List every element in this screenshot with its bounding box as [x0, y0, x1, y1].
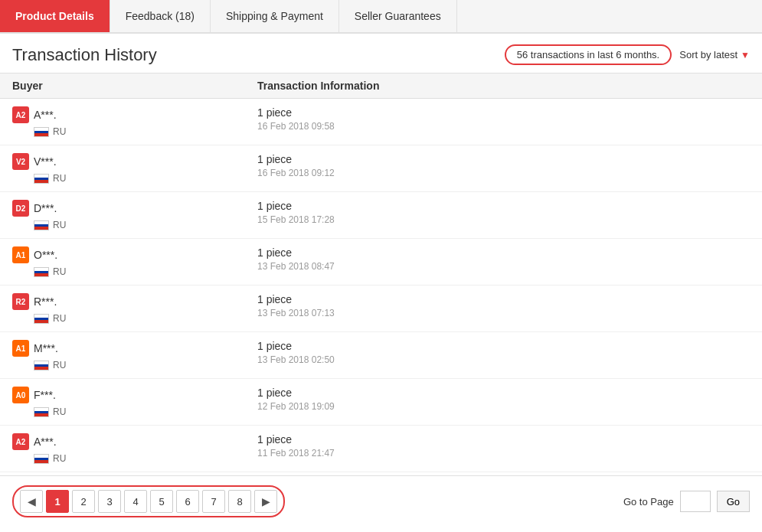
page-title: Transaction History — [12, 45, 157, 65]
flag-icon — [34, 220, 49, 230]
table-row: A0 F***. RU 1 piece 12 Feb 2018 19:09 — [0, 379, 762, 426]
info-date: 15 Feb 2018 17:28 — [257, 214, 750, 225]
country-code: RU — [53, 266, 66, 277]
info-cell: 1 piece 13 Feb 2018 02:50 — [257, 340, 750, 365]
info-date: 13 Feb 2018 07:13 — [257, 308, 750, 318]
info-piece: 1 piece — [257, 387, 750, 399]
buyer-name: F***. — [34, 389, 56, 401]
country-code: RU — [53, 360, 66, 370]
goto-page-section: Go to Page Go — [623, 491, 750, 512]
buyer-cell: A0 F***. RU — [12, 387, 257, 417]
transaction-rows: A2 A***. RU 1 piece 16 Feb 2018 09:58 V2… — [0, 99, 762, 472]
flag-row: RU — [34, 453, 257, 464]
pagination-page-2[interactable]: 2 — [72, 490, 95, 513]
buyer-name: V***. — [34, 155, 57, 168]
pagination-page-4[interactable]: 4 — [124, 490, 147, 513]
goto-button[interactable]: Go — [717, 491, 750, 512]
table-row: A1 M***. RU 1 piece 13 Feb 2018 02:50 — [0, 332, 762, 379]
info-piece: 1 piece — [257, 433, 750, 446]
buyer-cell: A1 O***. RU — [12, 246, 257, 277]
transaction-history-header: Transaction History 56 transactions in l… — [0, 34, 762, 73]
info-date: 13 Feb 2018 08:47 — [257, 261, 750, 272]
buyer-cell: A2 A***. RU — [12, 106, 257, 137]
buyer-cell: A2 A***. RU — [12, 433, 257, 464]
flag-icon — [34, 174, 49, 184]
avatar: R2 — [12, 293, 29, 310]
info-date: 16 Feb 2018 09:12 — [257, 168, 750, 178]
avatar: A2 — [12, 106, 29, 123]
avatar: A0 — [12, 387, 29, 403]
pagination-prev[interactable]: ◀ — [20, 490, 43, 513]
info-piece: 1 piece — [257, 106, 750, 119]
country-code: RU — [53, 313, 66, 324]
tab-product-details[interactable]: Product Details — [0, 0, 110, 32]
table-row: D2 D***. RU 1 piece 15 Feb 2018 17:28 — [0, 192, 762, 239]
tab-shipping-payment[interactable]: Shipping & Payment — [211, 0, 339, 32]
flag-row: RU — [34, 220, 257, 230]
buyer-top: V2 V***. — [12, 153, 257, 170]
buyer-top: A0 F***. — [12, 387, 257, 403]
info-cell: 1 piece 16 Feb 2018 09:58 — [257, 106, 750, 132]
pagination-next[interactable]: ▶ — [254, 490, 277, 513]
info-cell: 1 piece 15 Feb 2018 17:28 — [257, 200, 750, 225]
buyer-name: A***. — [34, 436, 57, 448]
flag-row: RU — [34, 313, 257, 324]
goto-input[interactable] — [680, 491, 711, 512]
country-code: RU — [53, 453, 66, 464]
transactions-count: 56 transactions in last 6 months. — [505, 44, 672, 65]
table-row: V2 V***. RU 1 piece 16 Feb 2018 09:12 — [0, 145, 762, 192]
sort-by-dropdown[interactable]: Sort by latest ▼ — [679, 49, 750, 60]
buyer-top: A2 A***. — [12, 433, 257, 450]
pagination: ◀12345678▶ — [12, 485, 285, 517]
country-code: RU — [53, 126, 66, 137]
buyer-cell: R2 R***. RU — [12, 293, 257, 324]
avatar: A2 — [12, 433, 29, 450]
pagination-page-3[interactable]: 3 — [98, 490, 121, 513]
tab-feedback[interactable]: Feedback (18) — [110, 0, 211, 32]
avatar: A1 — [12, 246, 29, 263]
buyer-cell: D2 D***. RU — [12, 200, 257, 230]
pagination-bar: ◀12345678▶ Go to Page Go — [0, 475, 762, 527]
flag-row: RU — [34, 173, 257, 184]
info-date: 16 Feb 2018 09:58 — [257, 121, 750, 132]
pagination-page-6[interactable]: 6 — [176, 490, 199, 513]
info-cell: 1 piece 11 Feb 2018 21:47 — [257, 433, 750, 459]
col-header-buyer: Buyer — [12, 80, 257, 92]
info-cell: 1 piece 13 Feb 2018 08:47 — [257, 246, 750, 272]
goto-label: Go to Page — [623, 496, 674, 508]
header-right: 56 transactions in last 6 months. Sort b… — [505, 44, 750, 65]
pagination-page-7[interactable]: 7 — [202, 490, 225, 513]
pagination-page-8[interactable]: 8 — [228, 490, 251, 513]
buyer-top: D2 D***. — [12, 200, 257, 217]
sort-arrow-icon: ▼ — [741, 50, 750, 60]
country-code: RU — [53, 220, 66, 230]
buyer-cell: A1 M***. RU — [12, 340, 257, 370]
pagination-page-5[interactable]: 5 — [150, 490, 173, 513]
flag-icon — [34, 361, 49, 370]
avatar: V2 — [12, 153, 29, 170]
flag-icon — [34, 314, 49, 324]
table-row: A1 O***. RU 1 piece 13 Feb 2018 08:47 — [0, 239, 762, 286]
tab-seller-guarantees[interactable]: Seller Guarantees — [339, 0, 457, 32]
flag-row: RU — [34, 360, 257, 370]
info-piece: 1 piece — [257, 153, 750, 165]
pagination-page-1[interactable]: 1 — [46, 490, 69, 513]
info-piece: 1 piece — [257, 200, 750, 212]
buyer-top: A2 A***. — [12, 106, 257, 123]
avatar: A1 — [12, 340, 29, 357]
country-code: RU — [53, 406, 66, 417]
info-date: 11 Feb 2018 21:47 — [257, 448, 750, 459]
info-piece: 1 piece — [257, 340, 750, 352]
flag-row: RU — [34, 406, 257, 417]
buyer-name: A***. — [34, 109, 57, 121]
buyer-cell: V2 V***. RU — [12, 153, 257, 184]
buyer-name: O***. — [34, 249, 57, 261]
flag-icon — [34, 127, 49, 137]
flag-icon — [34, 454, 49, 464]
buyer-top: R2 R***. — [12, 293, 257, 310]
country-code: RU — [53, 173, 66, 184]
info-date: 12 Feb 2018 19:09 — [257, 401, 750, 412]
info-cell: 1 piece 13 Feb 2018 07:13 — [257, 293, 750, 318]
buyer-name: R***. — [34, 295, 57, 308]
flag-icon — [34, 407, 49, 417]
